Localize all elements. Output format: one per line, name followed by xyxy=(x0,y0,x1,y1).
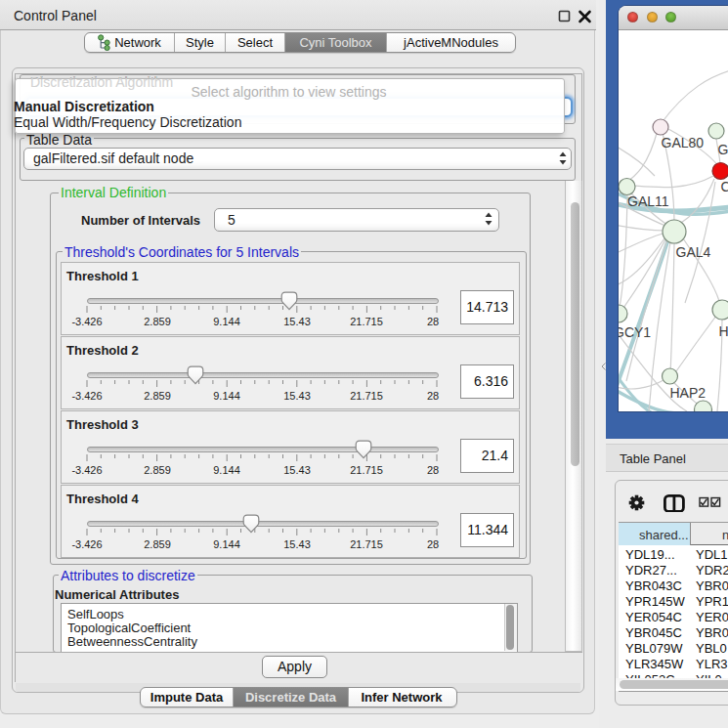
svg-text:GAL80: GAL80 xyxy=(662,135,705,150)
svg-text:GA: GA xyxy=(718,142,728,157)
svg-text:C: C xyxy=(721,179,728,194)
svg-text:GAL11: GAL11 xyxy=(627,193,669,209)
svg-text:HAP2: HAP2 xyxy=(670,385,707,401)
svg-text:GAL4: GAL4 xyxy=(676,244,711,260)
svg-text:H: H xyxy=(719,323,728,339)
svg-text:GCY1: GCY1 xyxy=(619,324,651,340)
